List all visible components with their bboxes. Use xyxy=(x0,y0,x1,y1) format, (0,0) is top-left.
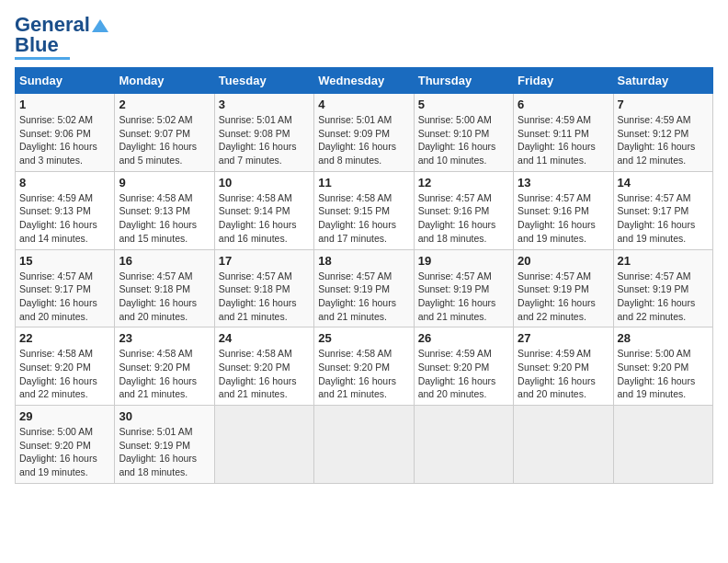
logo-blue-line: Blue xyxy=(15,35,59,55)
day-cell: 8Sunrise: 4:59 AM Sunset: 9:13 PM Daylig… xyxy=(16,171,115,249)
day-number: 6 xyxy=(518,98,609,111)
day-number: 20 xyxy=(518,254,609,268)
day-cell: 7Sunrise: 4:59 AM Sunset: 9:12 PM Daylig… xyxy=(613,94,712,172)
day-cell: 11Sunrise: 4:58 AM Sunset: 9:15 PM Dayli… xyxy=(314,171,414,249)
day-info: Sunrise: 4:58 AM Sunset: 9:15 PM Dayligh… xyxy=(318,191,409,246)
day-cell: 2Sunrise: 5:02 AM Sunset: 9:07 PM Daylig… xyxy=(115,94,214,172)
day-cell: 20Sunrise: 4:57 AM Sunset: 9:19 PM Dayli… xyxy=(514,249,613,327)
day-number: 17 xyxy=(219,254,310,268)
weekday-header-thursday: Thursday xyxy=(414,68,513,94)
day-info: Sunrise: 4:58 AM Sunset: 9:13 PM Dayligh… xyxy=(119,191,210,246)
day-cell: 9Sunrise: 4:58 AM Sunset: 9:13 PM Daylig… xyxy=(115,171,214,249)
svg-marker-0 xyxy=(92,19,108,32)
day-info: Sunrise: 5:02 AM Sunset: 9:07 PM Dayligh… xyxy=(119,113,210,167)
day-cell: 22Sunrise: 4:58 AM Sunset: 9:20 PM Dayli… xyxy=(16,327,115,406)
day-info: Sunrise: 4:58 AM Sunset: 9:20 PM Dayligh… xyxy=(119,347,210,401)
day-cell: 16Sunrise: 4:57 AM Sunset: 9:18 PM Dayli… xyxy=(115,249,214,327)
day-cell: 29Sunrise: 5:00 AM Sunset: 9:20 PM Dayli… xyxy=(16,406,115,484)
day-info: Sunrise: 5:00 AM Sunset: 9:10 PM Dayligh… xyxy=(418,113,509,167)
day-number: 4 xyxy=(318,98,409,111)
day-info: Sunrise: 5:01 AM Sunset: 9:19 PM Dayligh… xyxy=(119,425,210,479)
day-info: Sunrise: 5:00 AM Sunset: 9:20 PM Dayligh… xyxy=(618,347,709,401)
day-number: 29 xyxy=(19,409,110,423)
day-info: Sunrise: 4:57 AM Sunset: 9:19 PM Dayligh… xyxy=(518,270,609,324)
day-info: Sunrise: 4:58 AM Sunset: 9:20 PM Dayligh… xyxy=(19,347,110,401)
day-number: 22 xyxy=(19,331,110,345)
day-info: Sunrise: 4:57 AM Sunset: 9:17 PM Dayligh… xyxy=(19,270,110,324)
week-row-1: 1Sunrise: 5:02 AM Sunset: 9:06 PM Daylig… xyxy=(16,94,713,172)
day-cell: 26Sunrise: 4:59 AM Sunset: 9:20 PM Dayli… xyxy=(414,327,513,406)
day-cell: 3Sunrise: 5:01 AM Sunset: 9:08 PM Daylig… xyxy=(214,94,313,172)
day-cell: 12Sunrise: 4:57 AM Sunset: 9:16 PM Dayli… xyxy=(414,171,513,249)
calendar-table: SundayMondayTuesdayWednesdayThursdayFrid… xyxy=(15,67,713,484)
day-number: 2 xyxy=(119,98,210,111)
day-number: 15 xyxy=(19,254,110,268)
weekday-header-saturday: Saturday xyxy=(613,68,712,94)
day-cell: 13Sunrise: 4:57 AM Sunset: 9:16 PM Dayli… xyxy=(514,171,613,249)
day-number: 3 xyxy=(219,98,310,111)
header: General Blue xyxy=(15,15,713,60)
day-cell: 28Sunrise: 5:00 AM Sunset: 9:20 PM Dayli… xyxy=(613,327,712,406)
day-info: Sunrise: 4:57 AM Sunset: 9:18 PM Dayligh… xyxy=(219,270,310,324)
day-info: Sunrise: 4:59 AM Sunset: 9:13 PM Dayligh… xyxy=(19,191,110,246)
day-cell xyxy=(613,406,712,484)
day-cell: 17Sunrise: 4:57 AM Sunset: 9:18 PM Dayli… xyxy=(214,249,313,327)
day-info: Sunrise: 4:59 AM Sunset: 9:20 PM Dayligh… xyxy=(418,347,509,401)
day-cell: 25Sunrise: 4:58 AM Sunset: 9:20 PM Dayli… xyxy=(314,327,414,406)
week-row-5: 29Sunrise: 5:00 AM Sunset: 9:20 PM Dayli… xyxy=(16,406,713,484)
day-info: Sunrise: 4:57 AM Sunset: 9:18 PM Dayligh… xyxy=(119,270,210,324)
day-number: 5 xyxy=(418,98,509,111)
weekday-header-monday: Monday xyxy=(115,68,214,94)
day-info: Sunrise: 4:57 AM Sunset: 9:19 PM Dayligh… xyxy=(618,270,709,324)
day-cell: 24Sunrise: 4:58 AM Sunset: 9:20 PM Dayli… xyxy=(214,327,313,406)
day-number: 24 xyxy=(219,331,310,345)
day-cell xyxy=(214,406,313,484)
day-cell: 14Sunrise: 4:57 AM Sunset: 9:17 PM Dayli… xyxy=(613,171,712,249)
day-info: Sunrise: 4:57 AM Sunset: 9:19 PM Dayligh… xyxy=(418,270,509,324)
weekday-header-wednesday: Wednesday xyxy=(314,68,414,94)
day-number: 27 xyxy=(518,331,609,345)
day-number: 30 xyxy=(119,409,210,423)
weekday-header-tuesday: Tuesday xyxy=(214,68,313,94)
day-cell: 30Sunrise: 5:01 AM Sunset: 9:19 PM Dayli… xyxy=(115,406,214,484)
day-number: 14 xyxy=(618,176,709,190)
day-cell: 5Sunrise: 5:00 AM Sunset: 9:10 PM Daylig… xyxy=(414,94,513,172)
day-cell: 23Sunrise: 4:58 AM Sunset: 9:20 PM Dayli… xyxy=(115,327,214,406)
day-info: Sunrise: 4:58 AM Sunset: 9:20 PM Dayligh… xyxy=(219,347,310,401)
day-info: Sunrise: 4:59 AM Sunset: 9:20 PM Dayligh… xyxy=(518,347,609,401)
day-info: Sunrise: 4:58 AM Sunset: 9:20 PM Dayligh… xyxy=(318,347,409,401)
day-number: 13 xyxy=(518,176,609,190)
day-cell: 1Sunrise: 5:02 AM Sunset: 9:06 PM Daylig… xyxy=(16,94,115,172)
day-info: Sunrise: 4:57 AM Sunset: 9:16 PM Dayligh… xyxy=(518,191,609,246)
day-number: 12 xyxy=(418,176,509,190)
day-cell xyxy=(414,406,513,484)
weekday-header-row: SundayMondayTuesdayWednesdayThursdayFrid… xyxy=(16,68,713,94)
day-number: 9 xyxy=(119,176,210,190)
day-cell xyxy=(314,406,414,484)
day-info: Sunrise: 4:59 AM Sunset: 9:11 PM Dayligh… xyxy=(518,113,609,167)
day-number: 11 xyxy=(318,176,409,190)
day-number: 26 xyxy=(418,331,509,345)
day-info: Sunrise: 5:02 AM Sunset: 9:06 PM Dayligh… xyxy=(19,113,110,167)
day-info: Sunrise: 4:57 AM Sunset: 9:19 PM Dayligh… xyxy=(318,270,409,324)
day-number: 16 xyxy=(119,254,210,268)
weekday-header-sunday: Sunday xyxy=(16,68,115,94)
day-cell: 6Sunrise: 4:59 AM Sunset: 9:11 PM Daylig… xyxy=(514,94,613,172)
day-cell: 15Sunrise: 4:57 AM Sunset: 9:17 PM Dayli… xyxy=(16,249,115,327)
day-info: Sunrise: 4:59 AM Sunset: 9:12 PM Dayligh… xyxy=(618,113,709,167)
logo: General Blue xyxy=(15,15,108,60)
day-number: 7 xyxy=(618,98,709,111)
day-number: 8 xyxy=(19,176,110,190)
day-number: 23 xyxy=(119,331,210,345)
day-cell: 27Sunrise: 4:59 AM Sunset: 9:20 PM Dayli… xyxy=(514,327,613,406)
week-row-3: 15Sunrise: 4:57 AM Sunset: 9:17 PM Dayli… xyxy=(16,249,713,327)
day-cell: 19Sunrise: 4:57 AM Sunset: 9:19 PM Dayli… xyxy=(414,249,513,327)
day-cell: 21Sunrise: 4:57 AM Sunset: 9:19 PM Dayli… xyxy=(613,249,712,327)
day-number: 10 xyxy=(219,176,310,190)
logo-text: General xyxy=(15,15,108,35)
day-info: Sunrise: 5:00 AM Sunset: 9:20 PM Dayligh… xyxy=(19,425,110,479)
logo-underline xyxy=(15,57,70,60)
day-cell xyxy=(514,406,613,484)
day-info: Sunrise: 5:01 AM Sunset: 9:08 PM Dayligh… xyxy=(219,113,310,167)
day-cell: 18Sunrise: 4:57 AM Sunset: 9:19 PM Dayli… xyxy=(314,249,414,327)
